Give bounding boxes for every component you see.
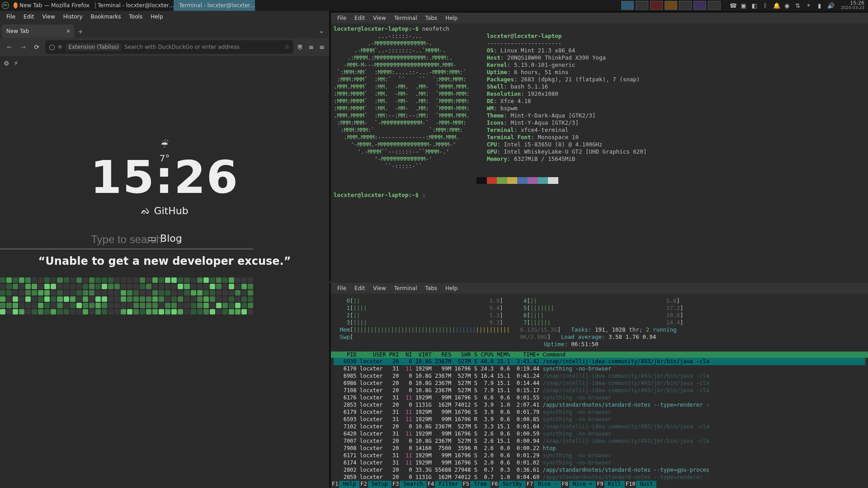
workspace-5[interactable] <box>679 1 692 10</box>
bookmark-star-icon[interactable]: ☆ <box>285 44 290 50</box>
grid-cell <box>127 303 132 308</box>
reader-icon[interactable]: ≡ <box>309 43 314 51</box>
process-row[interactable]: 6420 locxter 31 11 1929M 99M 16796 S 2.6… <box>334 430 865 437</box>
menu-tabs[interactable]: Tabs <box>422 284 441 292</box>
terminal-htop[interactable]: FileEditViewTerminalTabsHelp 0[|| 5.9] 4… <box>329 283 868 488</box>
process-row[interactable]: 7908 locxter 20 0 14160 7500 3596 R 2.6 … <box>334 445 865 452</box>
process-row[interactable]: 6176 locxter 31 11 1929M 99M 16796 S 6.6… <box>334 394 865 401</box>
grid-cell <box>210 309 215 314</box>
app-indicator-icon[interactable]: ◧ <box>751 2 758 9</box>
grid-cell <box>70 277 75 283</box>
bluetooth-icon[interactable]: ᛒ <box>762 2 769 9</box>
menu-edit[interactable]: Edit <box>20 13 38 21</box>
menu-edit[interactable]: Edit <box>351 14 368 22</box>
tracking-shield-icon[interactable]: ⛨ <box>297 43 303 51</box>
htop-process-list[interactable]: 6930 locxter 20 0 10.8G 2367M 527M S 40.… <box>331 358 868 481</box>
address-bar[interactable]: ◯ ⛭ Extension (Tabliss) Search with Duck… <box>45 40 293 54</box>
process-row[interactable]: 6593 locxter 31 11 1929M 99M 16796 R 3.9… <box>334 416 865 423</box>
forward-button[interactable]: → <box>18 43 28 51</box>
grid-cell <box>127 284 132 289</box>
workspace-3[interactable] <box>650 1 663 10</box>
terminal-tray-icon[interactable]: ▣ <box>741 2 747 9</box>
taskbar-button[interactable]: Terminal - locxter@locxter… <box>92 0 174 11</box>
battery-icon[interactable]: ▮ <box>816 2 823 9</box>
notifications-icon[interactable]: 🔔 <box>773 2 779 9</box>
menu-terminal[interactable]: Terminal <box>391 284 421 292</box>
grid-cell <box>159 303 164 308</box>
menu-file[interactable]: File <box>334 14 350 22</box>
grid-cell <box>38 303 43 308</box>
process-row[interactable]: 6171 locxter 31 11 1929M 99M 16796 S 2.0… <box>334 452 865 459</box>
network-icon[interactable]: ⇅ <box>795 2 801 9</box>
grid-cell <box>235 284 241 289</box>
menu-bookmarks[interactable]: Bookmarks <box>87 13 125 21</box>
grid-cell <box>83 277 88 283</box>
workspace-2[interactable] <box>636 1 648 10</box>
process-row[interactable]: 7007 locxter 20 0 10.8G 2367M 527M S 2.6… <box>334 437 865 445</box>
menu-help[interactable]: Help <box>442 284 461 292</box>
taskbar-button[interactable]: Terminal - locxter@locxter… <box>174 0 255 11</box>
github-link[interactable]: ᨁGitHub <box>141 205 188 216</box>
panel-clock-date: 2024-03-23 <box>841 5 864 10</box>
menu-file[interactable]: File <box>3 13 19 21</box>
process-row[interactable]: 6174 locxter 31 11 1929M 99M 16796 S 2.0… <box>334 459 865 466</box>
start-menu-button[interactable]: m <box>0 0 11 11</box>
shield-icon[interactable]: ◯ <box>49 44 55 50</box>
workspace-switcher[interactable] <box>621 1 721 10</box>
grid-cell <box>102 284 107 289</box>
panel-clock[interactable]: 15:26 2024-03-23 <box>841 0 864 10</box>
process-row[interactable]: 2859 locxter 20 0 1131G 162M 74012 S 0.7… <box>334 474 865 481</box>
menu-edit[interactable]: Edit <box>351 284 368 292</box>
workspace-7[interactable] <box>708 1 721 10</box>
location-icon[interactable]: ⌖ <box>806 2 812 9</box>
menu-terminal[interactable]: Terminal <box>391 14 421 22</box>
back-button[interactable]: ← <box>5 43 14 51</box>
process-row[interactable]: 6986 locxter 20 0 10.8G 2367M 527M S 7.9… <box>334 380 865 387</box>
process-row[interactable]: 6179 locxter 31 11 1929M 99M 16796 S 3.9… <box>334 408 865 416</box>
grid-cell <box>0 284 5 289</box>
taskbar-button[interactable]: New Tab — Mozilla Firefox <box>11 0 92 11</box>
process-row[interactable]: 6930 locxter 20 0 10.8G 2367M 527M S 40.… <box>334 358 865 365</box>
menu-tools[interactable]: Tools <box>126 13 146 21</box>
theme-toggle-icon[interactable]: ⚡ <box>14 60 19 67</box>
grid-cell <box>248 290 253 296</box>
new-tab-button[interactable]: ＋ <box>74 25 87 38</box>
menu-view[interactable]: View <box>38 13 58 21</box>
menu-help[interactable]: Help <box>147 13 166 21</box>
grid-cell <box>133 284 139 289</box>
menu-history[interactable]: History <box>60 13 86 21</box>
process-row[interactable]: 7102 locxter 20 0 10.8G 2367M 527M S 3.3… <box>334 423 865 430</box>
terminal-neofetch[interactable]: FileEditViewTerminalTabsHelp locxter@loc… <box>329 11 868 281</box>
htop-header-row[interactable]: PID USER PRI NI VIRT RES SHR S CPU% MEM%… <box>331 352 868 358</box>
workspace-1[interactable] <box>621 1 634 10</box>
shield-icon[interactable]: ◉ <box>784 2 790 9</box>
workspace-4[interactable] <box>665 1 677 10</box>
reload-button[interactable]: ⟳ <box>32 43 42 51</box>
grid-cell <box>241 277 247 283</box>
close-tab-icon[interactable]: ✕ <box>66 28 71 34</box>
whatsapp-icon[interactable]: ☎ <box>730 2 736 9</box>
grid-cell <box>184 290 189 296</box>
process-row[interactable]: 2802 locxter 20 0 33.3G 55688 27948 S 0.… <box>334 466 865 474</box>
tab-list-dropdown-icon[interactable]: ⌄ <box>319 26 325 35</box>
menu-view[interactable]: View <box>369 284 389 292</box>
menu-tabs[interactable]: Tabs <box>422 14 441 22</box>
process-row[interactable]: 6985 locxter 20 0 10.8G 2367M 527M S 16.… <box>334 372 865 380</box>
grid-cell <box>203 309 209 314</box>
settings-gear-icon[interactable]: ⚙ <box>4 60 9 67</box>
workspace-6[interactable] <box>693 1 706 10</box>
process-row[interactable]: 7108 locxter 20 0 10.8G 2367M 527M S 7.9… <box>334 387 865 394</box>
tabliss-search-input[interactable] <box>0 230 253 249</box>
firefox-tab[interactable]: New Tab ✕ <box>2 24 74 38</box>
hamburger-menu-icon[interactable]: ≡ <box>319 43 325 51</box>
menu-view[interactable]: View <box>369 14 389 22</box>
volume-icon[interactable]: 🔊 <box>827 2 834 9</box>
menu-help[interactable]: Help <box>442 14 461 22</box>
grid-cell <box>19 303 24 308</box>
menu-file[interactable]: File <box>334 284 350 292</box>
grid-cell <box>184 284 189 289</box>
process-row[interactable]: 2853 locxter 20 0 1131G 162M 74012 S 3.9… <box>334 401 865 408</box>
process-row[interactable]: 6170 locxter 31 11 1929M 99M 16796 S 24.… <box>334 365 865 372</box>
grid-cell <box>210 290 215 296</box>
grid-cell <box>108 290 113 296</box>
